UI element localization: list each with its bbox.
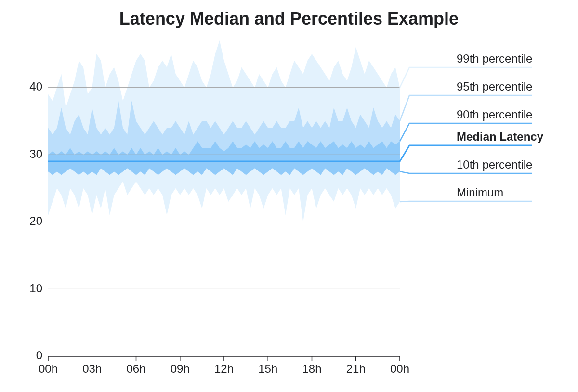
x-tick-label: 00h	[390, 362, 409, 375]
y-tick-label: 40	[29, 80, 42, 93]
x-tick-label: 15h	[258, 362, 277, 375]
legend-label-min: Minimum	[457, 186, 503, 199]
y-tick-label: 20	[29, 214, 42, 227]
y-tick-label: 30	[29, 147, 42, 160]
x-tick-label: 03h	[82, 362, 102, 375]
legend-leader-p10	[400, 171, 532, 173]
x-tick-label: 00h	[39, 362, 58, 375]
y-tick-label: 0	[36, 349, 42, 362]
legend-leader-min	[400, 201, 532, 202]
x-tick-label: 09h	[171, 362, 190, 375]
x-tick-label: 12h	[214, 362, 234, 375]
legend-label-p10: 10th percentile	[457, 158, 532, 171]
x-tick-label: 18h	[302, 362, 321, 375]
latency-chart-svg: 01020304000h03h06h09h12h15h18h21h00h99th…	[0, 0, 578, 392]
legend-label-median: Median Latency	[457, 130, 544, 143]
x-tick-label: 06h	[126, 362, 145, 375]
y-tick-label: 10	[29, 282, 42, 295]
legend-label-p99: 99th percentile	[457, 52, 532, 65]
legend-label-p90: 90th percentile	[457, 108, 532, 121]
x-tick-label: 21h	[346, 362, 366, 375]
legend-label-p95: 95th percentile	[457, 80, 532, 93]
